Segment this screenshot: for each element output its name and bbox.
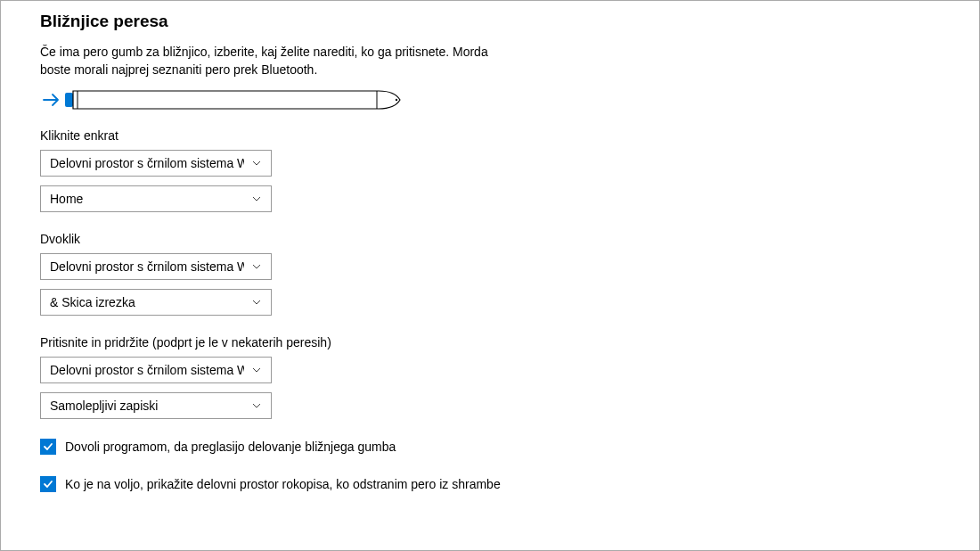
select-value: Delovni prostor s črnilom sistema Window… [50,259,244,274]
double-click-primary-select[interactable]: Delovni prostor s črnilom sistema Window… [40,253,272,280]
allow-override-row: Dovoli programom, da preglasijo delovanj… [40,439,979,456]
chevron-down-icon [251,365,262,375]
page-description: Če ima pero gumb za bližnjico, izberite,… [40,44,494,78]
double-click-section: Dvoklik Delovni prostor s črnilom sistem… [40,232,979,316]
press-hold-secondary-select[interactable]: Samolepljivi zapiski [40,392,272,419]
click-once-primary-select[interactable]: Delovni prostor s črnilom sistema Window… [40,150,272,177]
chevron-down-icon [251,297,262,308]
svg-rect-0 [65,93,73,107]
pen-illustration-icon [40,87,401,112]
chevron-down-icon [251,261,262,272]
allow-override-checkbox[interactable] [40,439,56,455]
click-once-section: Kliknite enkrat Delovni prostor s črnilo… [40,128,979,212]
show-workspace-row: Ko je na voljo, prikažite delovni prosto… [40,476,979,494]
show-workspace-label: Ko je na voljo, prikažite delovni prosto… [65,476,501,494]
press-hold-section: Pritisnite in pridržite (podprt je le v … [40,335,979,419]
press-hold-label: Pritisnite in pridržite (podprt je le v … [40,335,979,350]
select-value: Samolepljivi zapiski [50,399,158,413]
chevron-down-icon [251,158,262,169]
select-value: Delovni prostor s črnilom sistema Window… [50,363,244,377]
page-title: Bližnjice peresa [40,12,979,31]
allow-override-label: Dovoli programom, da preglasijo delovanj… [65,439,396,456]
click-once-label: Kliknite enkrat [40,128,979,143]
show-workspace-checkbox[interactable] [40,476,56,492]
check-icon [42,478,54,490]
select-value: & Skica izrezka [50,295,135,309]
click-once-secondary-select[interactable]: Home [40,185,272,212]
select-value: Home [50,192,83,206]
double-click-secondary-select[interactable]: & Skica izrezka [40,289,272,316]
double-click-label: Dvoklik [40,232,979,246]
chevron-down-icon [251,193,262,204]
svg-point-3 [396,99,397,101]
check-icon [42,440,54,453]
chevron-down-icon [251,400,262,411]
select-value: Delovni prostor s črnilom sistema Window… [50,156,244,170]
press-hold-primary-select[interactable]: Delovni prostor s črnilom sistema Window… [40,357,272,383]
